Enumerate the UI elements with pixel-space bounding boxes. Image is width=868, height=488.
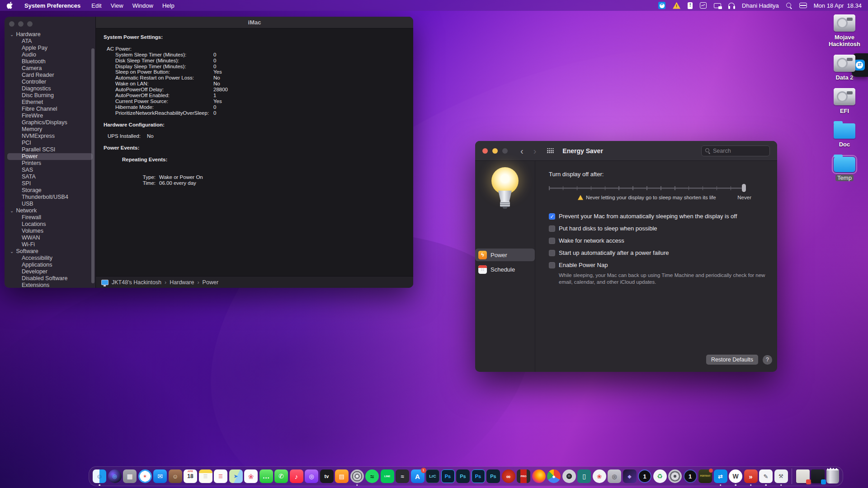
sidebar-item-nvmexpress[interactable]: NVMExpress — [7, 133, 93, 140]
desktop-icon-volume-data-2[interactable]: Data 2 — [834, 55, 855, 81]
gray-dial-icon[interactable] — [668, 469, 682, 483]
display-mirroring-icon[interactable] — [714, 3, 721, 8]
sidebar-item-memory[interactable]: Memory — [7, 126, 93, 133]
checkbox-unchecked-icon[interactable] — [549, 225, 555, 232]
checkbox-unchecked-icon[interactable] — [549, 262, 555, 268]
capture-one-beta-icon[interactable]: ◆ — [623, 469, 637, 483]
sidebar-item-audio[interactable]: Audio — [7, 52, 93, 58]
show-all-grid-icon[interactable] — [547, 148, 553, 153]
menu-edit[interactable]: Edit — [87, 2, 106, 9]
chrome-icon[interactable]: ● — [547, 469, 561, 483]
control-center-icon[interactable] — [799, 3, 807, 8]
checkbox-checked-icon[interactable]: ✓ — [549, 213, 555, 220]
sidebar-item-fibre-channel[interactable]: Fibre Channel — [7, 106, 93, 113]
sidebar-item-thunderbolt-usb4[interactable]: Thunderbolt/USB4 — [7, 194, 93, 201]
photoshop-2-icon[interactable]: Ps — [456, 469, 470, 483]
sidebar-scrollbar[interactable] — [91, 48, 94, 283]
siri-icon[interactable]: ◎ — [108, 469, 122, 483]
sidebar-item-card-reader[interactable]: Card Reader — [7, 72, 93, 79]
sidebar-item-parallel-scsi[interactable]: Parallel SCSI — [7, 146, 93, 153]
desktop-icon-folder-temp[interactable]: Temp — [834, 155, 855, 181]
sidebar-item-pci[interactable]: PCI — [7, 140, 93, 146]
sidebar-item-usb[interactable]: USB — [7, 201, 93, 207]
line-icon[interactable]: LINE — [381, 469, 394, 483]
zoom-button[interactable] — [27, 21, 33, 27]
sidebar-item-ethernet[interactable]: Ethernet — [7, 99, 93, 106]
headphones-icon[interactable] — [728, 3, 735, 8]
apple-tv-icon[interactable]: tv — [320, 469, 334, 483]
capture-one-2-icon[interactable]: 1 — [684, 469, 697, 483]
sidebar-item-firewire[interactable]: FireWire — [7, 113, 93, 119]
restore-defaults-button[interactable]: Restore Defaults — [706, 355, 758, 365]
calendar-icon[interactable]: APR18 — [184, 469, 197, 483]
apple-menu-icon[interactable] — [6, 2, 14, 9]
menu-window[interactable]: Window — [128, 2, 158, 9]
checkbox-unchecked-icon[interactable] — [549, 238, 555, 244]
menu-help[interactable]: Help — [158, 2, 179, 9]
search-input[interactable] — [713, 148, 766, 154]
close-button[interactable] — [482, 148, 488, 154]
photoshop-icon[interactable]: Ps — [441, 469, 455, 483]
sidebar-item-extensions[interactable]: Extensions — [7, 282, 93, 288]
minimize-button[interactable] — [18, 21, 24, 27]
breadcrumb-item[interactable]: JKT48's Hackintosh — [112, 279, 161, 286]
checkbox-prevent-your-mac-from[interactable]: ✓Prevent your Mac from automatically sle… — [549, 213, 766, 220]
app-menu-title[interactable]: System Preferences — [20, 2, 85, 9]
wattpad-icon[interactable]: W — [729, 469, 742, 483]
breadcrumb-item[interactable]: Power — [203, 279, 218, 286]
photoshop-4-icon[interactable]: Ps — [486, 469, 500, 483]
forward-button[interactable]: › — [533, 146, 537, 155]
podcasts-icon[interactable]: ◎ — [305, 469, 318, 483]
breadcrumb-item[interactable]: Hardware — [170, 279, 194, 286]
media-rings-icon[interactable] — [350, 469, 364, 483]
documents-pen-icon[interactable]: ✎ — [759, 469, 773, 483]
slider-handle[interactable] — [742, 184, 746, 192]
app-store-icon[interactable]: A1 — [411, 469, 425, 483]
checkbox-wake-for-network-access[interactable]: Wake for network access — [549, 237, 766, 244]
sidebar-item-diagnostics[interactable]: Diagnostics — [7, 85, 93, 92]
photos-icon[interactable]: ❀ — [244, 469, 258, 483]
recycle-app-icon[interactable]: ♻ — [653, 469, 667, 483]
creative-cloud-icon[interactable]: ∞ — [502, 469, 515, 483]
zoom-button[interactable] — [502, 148, 508, 154]
desktop-icon-volume-efi[interactable]: EFI — [834, 88, 855, 114]
menu-bar-clock[interactable]: Mon 18 Apr 18.34 — [814, 2, 862, 9]
sidebar-item-disabled-software[interactable]: Disabled Software — [7, 275, 93, 282]
minimize-button[interactable] — [492, 148, 498, 154]
installer-alert-icon[interactable] — [688, 2, 693, 9]
sidebar-item-wwan[interactable]: WWAN — [7, 235, 93, 241]
sidebar-item-volumes[interactable]: Volumes — [7, 228, 93, 235]
sidebar-item-sata[interactable]: SATA — [7, 174, 93, 180]
sidebar-section-software[interactable]: ⌄Software — [5, 248, 95, 255]
fast-user-switching-label[interactable]: Dhani Haditya — [742, 2, 779, 9]
sidebar-item-locations[interactable]: Locations — [7, 221, 93, 228]
sidebar-item-power[interactable]: Power — [7, 153, 93, 160]
sidebar-item-controller[interactable]: Controller — [7, 79, 93, 85]
safari-icon[interactable]: ✶ — [138, 469, 152, 483]
spotlight-icon[interactable] — [786, 3, 792, 9]
photoshop-3-icon[interactable]: Ps — [472, 469, 485, 483]
launchpad-icon[interactable]: ▦ — [123, 469, 137, 483]
red-transfer-icon[interactable]: » — [744, 469, 758, 483]
warning-icon[interactable] — [673, 2, 680, 9]
pro-can-icon[interactable]: PRO — [517, 469, 530, 483]
camera-gear-icon[interactable]: ✳ — [562, 469, 576, 483]
sidebar-item-bluetooth[interactable]: Bluetooth — [7, 58, 93, 65]
checkbox-unchecked-icon[interactable] — [549, 250, 555, 256]
facetime-icon[interactable]: ✆ — [274, 469, 288, 483]
sidebar-item-graphics-displays[interactable]: Graphics/Displays — [7, 119, 93, 126]
sidebar-item-ata[interactable]: ATA — [7, 38, 93, 45]
sidebar-item-disc-burning[interactable]: Disc Burning — [7, 92, 93, 99]
sidebar-item-firewall[interactable]: Firewall — [7, 214, 93, 221]
sidebar-item-printers[interactable]: Printers — [7, 160, 93, 167]
sidebar-item-storage[interactable]: Storage — [7, 187, 93, 194]
teal-device-icon[interactable]: ▯ — [577, 469, 591, 483]
spotify-icon[interactable]: ≈ — [365, 469, 379, 483]
books-icon[interactable]: ▤ — [335, 469, 349, 483]
checkbox-start-up-automatically-after[interactable]: Start up automatically after a power fai… — [549, 249, 766, 256]
minimized-window-1-thumbnail[interactable] — [796, 469, 810, 483]
teamviewer-icon[interactable]: ⇄ — [714, 469, 727, 483]
capture-one-icon[interactable]: 1 — [638, 469, 651, 483]
firefox-icon[interactable] — [532, 469, 546, 483]
search-field[interactable] — [701, 145, 770, 156]
